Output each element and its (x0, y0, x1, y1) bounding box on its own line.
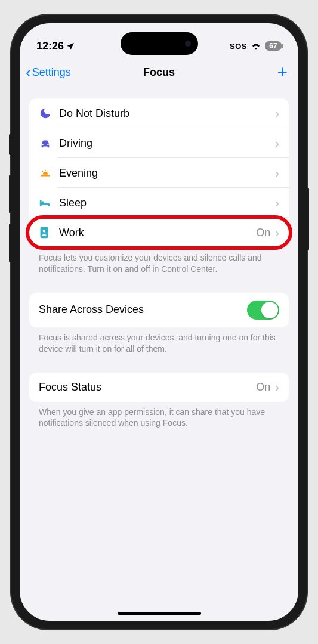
sunset-icon (39, 166, 55, 180)
row-label: Sleep (59, 197, 275, 209)
badge-icon (39, 225, 55, 240)
row-label: Evening (59, 167, 275, 179)
volume-button (9, 134, 11, 155)
chevron-right-icon: › (275, 226, 279, 240)
screen: 12:26 SOS 67 ‹ Settings Focus + (20, 23, 298, 621)
location-icon (66, 42, 75, 50)
status-label: Focus Status (39, 381, 256, 394)
back-label: Settings (32, 66, 71, 79)
status-section: Focus Status On › (29, 373, 289, 402)
home-indicator[interactable] (118, 612, 201, 615)
share-row: Share Across Devices (29, 293, 289, 327)
status-footer: When you give an app permission, it can … (29, 402, 289, 429)
chevron-right-icon: › (275, 166, 279, 180)
wifi-icon (251, 42, 261, 50)
dynamic-island (121, 32, 198, 55)
bed-icon (39, 196, 55, 210)
share-label: Share Across Devices (39, 304, 247, 316)
share-section: Share Across Devices (29, 293, 289, 327)
focus-row-driving[interactable]: Driving › (29, 128, 289, 158)
share-footer: Focus is shared across your devices, and… (29, 327, 289, 355)
focus-row-sleep[interactable]: Sleep › (29, 188, 289, 218)
status-value: On (256, 381, 270, 394)
chevron-left-icon: ‹ (26, 64, 31, 80)
car-icon (39, 136, 55, 150)
back-button[interactable]: ‹ Settings (26, 64, 71, 80)
focus-status-row[interactable]: Focus Status On › (29, 373, 289, 402)
power-button (307, 188, 309, 250)
battery-indicator: 67 (265, 41, 282, 51)
sos-indicator: SOS (230, 42, 247, 51)
page-title: Focus (143, 66, 175, 79)
focus-modes-section: Do Not Disturb › Driving › Evening › (29, 98, 289, 247)
chevron-right-icon: › (275, 107, 279, 120)
row-label: Work (59, 227, 256, 239)
volume-down-button (9, 224, 11, 262)
focus-row-evening[interactable]: Evening › (29, 158, 289, 188)
svg-rect-0 (41, 227, 48, 238)
chevron-right-icon: › (275, 137, 279, 150)
row-label: Do Not Disturb (59, 107, 275, 120)
add-button[interactable]: + (277, 63, 288, 81)
modes-footer: Focus lets you customize your devices an… (29, 247, 289, 275)
volume-up-button (9, 175, 11, 213)
status-time: 12:26 (36, 40, 64, 52)
row-status: On (256, 227, 270, 239)
chevron-right-icon: › (275, 380, 279, 394)
svg-point-1 (43, 230, 46, 233)
nav-bar: ‹ Settings Focus + (20, 58, 298, 86)
focus-row-dnd[interactable]: Do Not Disturb › (29, 98, 289, 128)
phone-frame: 12:26 SOS 67 ‹ Settings Focus + (11, 15, 307, 629)
moon-icon (39, 106, 55, 120)
focus-row-work[interactable]: Work On › (29, 218, 289, 247)
chevron-right-icon: › (275, 196, 279, 210)
share-toggle[interactable] (247, 301, 279, 320)
row-label: Driving (59, 137, 275, 150)
